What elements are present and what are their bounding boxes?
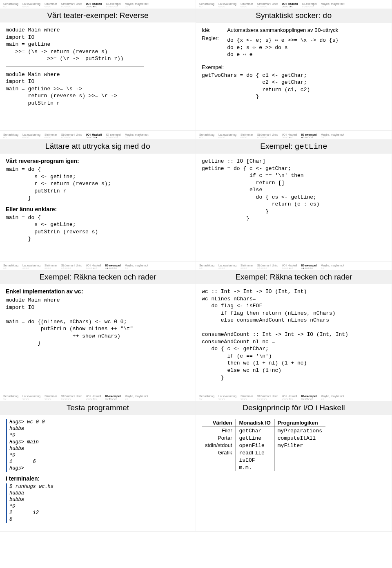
nav-tab[interactable]: Maybe, maybe not○○ <box>321 395 344 400</box>
nav-tab-progress-dots: ○○○○●○○ <box>86 5 98 8</box>
table-cell <box>274 464 325 471</box>
rules-code: do {x <- e; s} ⇔ e >>= \x -> do {s} do e… <box>227 37 386 58</box>
nav-tab[interactable]: Senast/idag○○ <box>199 395 214 400</box>
nav-tab[interactable]: Senast/idag○○ <box>199 264 214 269</box>
nav-tab[interactable]: Strömmar○○○○ <box>241 133 253 139</box>
divider <box>6 67 144 67</box>
table-cell: m.m. <box>236 464 274 471</box>
nav-tab[interactable]: Senast/idag○○ <box>199 133 214 139</box>
nav-tab-progress-dots: ○○○○ <box>241 136 247 139</box>
nav-tab[interactable]: Strömmar i Unix○○○○○○ <box>61 395 82 400</box>
definition: do {x <- e; s} ⇔ e >>= \x -> do {s} do e… <box>227 35 386 63</box>
nav-tab[interactable]: Strömmar○○○○ <box>45 2 57 8</box>
nav-tab[interactable]: Senast/idag○○ <box>199 2 214 8</box>
nav-tab-label: Senast/idag <box>3 2 18 5</box>
nav-tab-progress-dots: ○○ <box>125 267 128 269</box>
nav-tab[interactable]: Maybe, maybe not○○ <box>321 2 345 8</box>
nav-tab-progress-dots: ○○○○ <box>45 5 51 8</box>
table-cell: Grafik <box>202 449 236 456</box>
nav-tab[interactable]: IO-exempel●○○○○○○ <box>301 133 317 139</box>
nav-tab[interactable]: Maybe, maybe not○○ <box>125 133 149 139</box>
nav-tab[interactable]: Maybe, maybe not○○ <box>321 133 344 139</box>
nav-tab[interactable]: Strömmar○○○○ <box>241 264 253 269</box>
nav-tab[interactable]: Strömmar i Unix○○○○○○ <box>257 133 278 139</box>
nav-tab[interactable]: Senast/idag○○ <box>3 2 18 8</box>
nav-tab[interactable]: Lat evaluering○○○○ <box>22 2 40 8</box>
nav-tab[interactable]: Lat evaluering○○○○ <box>218 133 236 139</box>
nav-tab[interactable]: Lat evaluering○○○○ <box>22 133 40 139</box>
nav-tab-label: IO-exempel <box>301 133 317 136</box>
nav-tab[interactable]: Strömmar i Unix○○○○○○ <box>61 264 82 269</box>
nav-tab[interactable]: IO-exempel○○○○○○○ <box>302 2 317 8</box>
nav-tab[interactable]: I/O i Haskell○○○○●○○ <box>282 133 297 139</box>
nav-tab-label: Lat evaluering <box>218 395 236 398</box>
nav-tabs: Senast/idag○○Lat evaluering○○○○Strömmar○… <box>3 395 192 400</box>
nav-tab-progress-dots: ○○○○ <box>45 398 51 400</box>
nav-tab[interactable]: Maybe, maybe not○○ <box>125 395 148 400</box>
nav-tab[interactable]: Lat evaluering○○○○ <box>22 264 40 269</box>
nav-tab-progress-dots: ○○○○ <box>22 136 29 139</box>
nav-tab[interactable]: Strömmar i Unix○○○○○○ <box>257 264 278 269</box>
slide-title: Exempel: Räkna tecken och rader <box>0 270 196 284</box>
nav-tab[interactable]: IO-exempel○●○○○○○ <box>301 264 317 269</box>
code-block: main = do { s <- getLine; r <- return (r… <box>6 166 190 202</box>
nav-tab[interactable]: Strömmar i Unix○○○○○○ <box>61 133 82 139</box>
nav-tab-progress-dots: ○○ <box>125 398 128 400</box>
nav-tab-label: Lat evaluering <box>218 2 236 5</box>
nav-tab[interactable]: Senast/idag○○ <box>3 264 18 269</box>
nav-tab-progress-dots: ●○○○○○○ <box>301 136 313 139</box>
nav-tab-progress-dots: ○○○○ <box>218 267 225 269</box>
nav-tab-label: I/O i Haskell <box>86 395 101 398</box>
nav-tab[interactable]: Strömmar○○○○ <box>45 395 57 400</box>
nav-tab[interactable]: I/O i Haskell○○○○●○○ <box>86 264 101 269</box>
terminal-output: Hugs> wc 0 0 hubba ^D Hugs> main hubba ^… <box>6 419 190 472</box>
nav-tab[interactable]: Strömmar○○○○ <box>45 133 57 139</box>
nav-tab-progress-dots: ○○ <box>3 267 7 269</box>
nav-tab[interactable]: IO-exempel○○○○○○○ <box>106 2 121 8</box>
nav-tab[interactable]: I/O i Haskell○○○○●○○ <box>86 395 101 400</box>
nav-tab-progress-dots: ○○ <box>321 5 324 8</box>
nav-tab-label: IO-exempel <box>301 395 317 398</box>
code-block: wc :: Int -> Int -> IO (Int, Int) wc nLi… <box>202 288 386 381</box>
nav-tab[interactable]: I/O i Haskell○○○○●○○ <box>282 264 297 269</box>
nav-tab[interactable]: Lat evaluering○○○○ <box>218 2 236 8</box>
definition-list: Idé:Automatisera sammankopplingen av IO-… <box>202 27 386 70</box>
nav-tab[interactable]: I/O i Haskell○○○○●○○ <box>282 395 297 400</box>
table-cell: Filer <box>202 427 236 435</box>
nav-tab[interactable]: IO-exempel○○○●○○○ <box>301 395 317 400</box>
nav-tab[interactable]: I/O i Haskell○○○○○○● <box>86 133 102 139</box>
nav-tab[interactable]: Strömmar○○○○ <box>241 395 253 400</box>
nav-tab[interactable]: Strömmar○○○○ <box>45 264 57 269</box>
nav-tab[interactable]: IO-exempel○●○○○○○ <box>105 264 121 269</box>
nav-tab[interactable]: IO-exempel○○○○○○○ <box>106 133 121 139</box>
nav-tab[interactable]: Strömmar i Unix○○○○○○ <box>61 2 82 8</box>
nav-tab-label: Strömmar i Unix <box>257 133 278 136</box>
nav-tab-progress-dots: ○○○○ <box>218 136 225 139</box>
nav-tab[interactable]: Strömmar○○○○ <box>241 2 253 8</box>
nav-tab-label: Strömmar i Unix <box>257 264 278 267</box>
subheading: I terminalen: <box>6 475 190 482</box>
nav-tab[interactable]: Lat evaluering○○○○ <box>218 395 236 400</box>
nav-tab[interactable]: I/O i Haskell○○○○○●○ <box>282 2 298 8</box>
nav-tab[interactable]: Maybe, maybe not○○ <box>125 264 148 269</box>
nav-tab-label: I/O i Haskell <box>86 133 102 136</box>
nav-tab[interactable]: Maybe, maybe not○○ <box>125 2 149 8</box>
nav-tab-progress-dots: ○○○○○○○ <box>302 5 314 8</box>
definition <box>227 64 386 70</box>
table-cell <box>274 449 325 456</box>
nav-tab[interactable]: Strömmar i Unix○○○○○○ <box>257 395 278 400</box>
nav-tab-progress-dots: ○○○○ <box>22 398 29 400</box>
nav-tabs: Senast/idag○○Lat evaluering○○○○Strömmar○… <box>3 264 192 269</box>
nav-tab[interactable]: Senast/idag○○ <box>3 395 18 400</box>
nav-tab[interactable]: Lat evaluering○○○○ <box>22 395 40 400</box>
nav-tab[interactable]: I/O i Haskell○○○○●○○ <box>86 2 102 8</box>
nav-tab-progress-dots: ○○ <box>125 136 128 139</box>
nav-tab[interactable]: Strömmar i Unix○○○○○○ <box>257 2 278 8</box>
nav-tab[interactable]: IO-exempel○○●○○○○ <box>105 395 121 400</box>
nav-tabs: Senast/idag○○Lat evaluering○○○○Strömmar○… <box>3 133 192 139</box>
nav-tab[interactable]: Senast/idag○○ <box>3 133 18 139</box>
nav-tab-label: Maybe, maybe not <box>125 395 148 398</box>
nav-tab[interactable]: Maybe, maybe not○○ <box>321 264 344 269</box>
nav-tab[interactable]: Lat evaluering○○○○ <box>218 264 236 269</box>
nav-tab-label: IO-exempel <box>105 395 121 398</box>
